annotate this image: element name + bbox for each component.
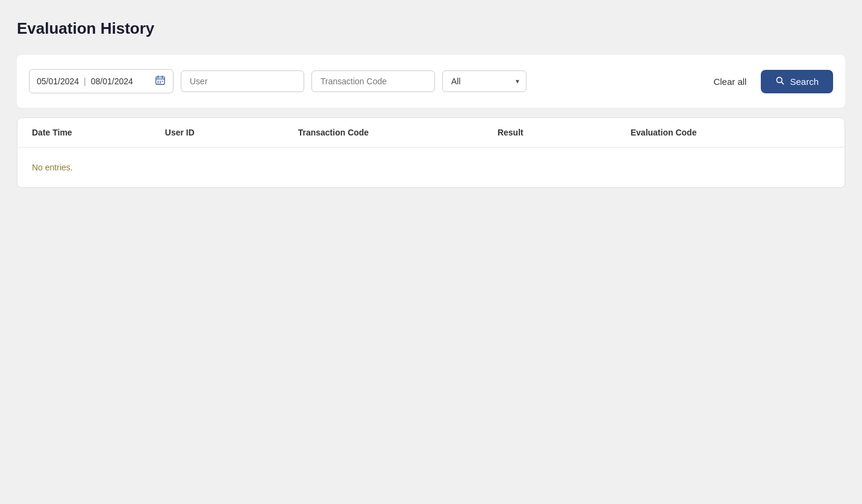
user-input[interactable]	[181, 70, 304, 92]
table-header: Date Time User ID Transaction Code Resul…	[17, 118, 845, 148]
column-header-datetime: Date Time	[32, 128, 165, 137]
svg-rect-2	[160, 81, 161, 82]
column-header-transaction-code: Transaction Code	[298, 128, 498, 137]
column-header-evaluation-code: Evaluation Code	[631, 128, 830, 137]
search-icon	[775, 76, 785, 87]
svg-rect-4	[158, 82, 159, 84]
result-select-wrapper: All Pass Fail ▾	[442, 70, 526, 92]
search-panel: 05/01/2024 | 08/01/2024	[17, 55, 845, 108]
svg-rect-5	[160, 82, 161, 84]
page-container: Evaluation History 05/01/2024 | 08/01/20…	[0, 0, 862, 207]
date-start: 05/01/2024	[37, 76, 79, 86]
column-header-result: Result	[498, 128, 631, 137]
page-title: Evaluation History	[17, 19, 845, 38]
column-header-userid: User ID	[165, 128, 298, 137]
date-range-picker[interactable]: 05/01/2024 | 08/01/2024	[29, 69, 173, 93]
date-separator: |	[84, 76, 86, 86]
transaction-code-input[interactable]	[311, 70, 435, 92]
svg-rect-3	[162, 81, 163, 82]
no-entries-message: No entries.	[32, 163, 73, 172]
svg-rect-1	[158, 81, 159, 82]
search-button[interactable]: Search	[761, 70, 833, 93]
results-table-container: Date Time User ID Transaction Code Resul…	[17, 117, 845, 188]
table-body: No entries.	[17, 148, 845, 187]
date-range-text: 05/01/2024 | 08/01/2024	[37, 76, 150, 86]
search-button-label: Search	[790, 76, 819, 87]
clear-all-button[interactable]: Clear all	[706, 72, 754, 92]
calendar-icon	[155, 75, 166, 88]
result-select[interactable]: All Pass Fail	[442, 70, 526, 92]
date-end: 08/01/2024	[91, 76, 133, 86]
